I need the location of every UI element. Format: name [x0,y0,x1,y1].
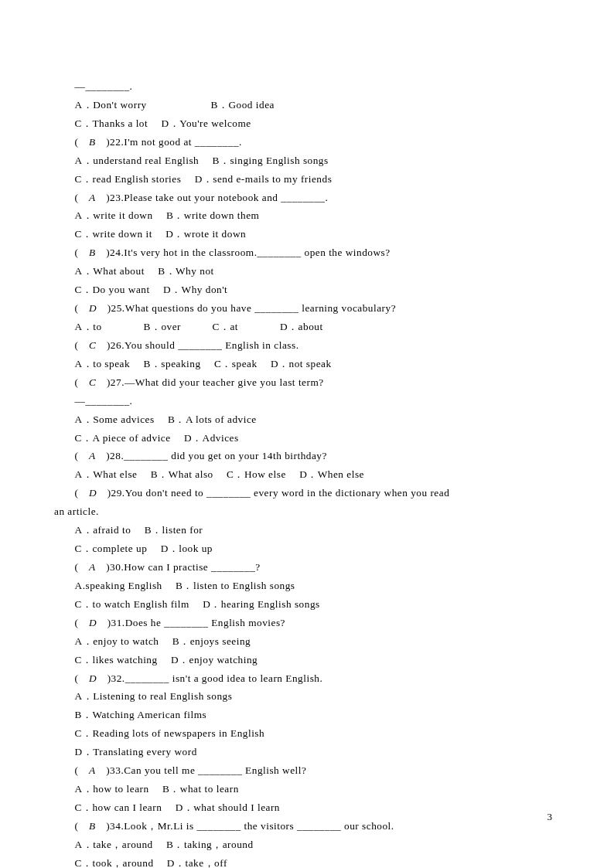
q29-stem-line2: an article. [54,502,560,521]
q32-optB: B．Watching American films [54,706,560,724]
q33-options-cd: C．how can I learn D．what should I learn [54,798,560,817]
q23-stem: ( A )23.Please take out your notebook an… [54,189,560,207]
q31-optB: B．enjoys seeing [172,635,251,647]
q28-text: ________ did you get on your 14th birthd… [124,450,327,461]
q21-options-cd: C．Thanks a lot D．You're welcome [54,114,560,133]
q29-optC: C．complete up [75,543,148,554]
q24-ans: B [89,247,96,258]
q21-optD: D．You're welcome [162,117,251,129]
q29-optD: D．look up [161,543,213,554]
q28-optA: A．What else [75,468,138,480]
q34-num: )34. [106,820,124,832]
q21-optB: B．Good idea [211,99,275,111]
q32-optD: D．Translating every word [54,743,560,761]
q32-stem: ( D )32.________ isn't a good idea to le… [54,669,560,688]
q29-optB: B．listen for [145,524,203,536]
q25-ans: D [89,302,97,314]
q23-optC: C．write down it [75,228,152,240]
q32-ans: D [89,672,97,684]
q31-optA: A．enjoy to watch [75,635,159,647]
q24-text: It's very hot in the classroom.________ … [124,247,390,258]
q33-options-ab: A．how to learn B．what to learn [54,780,560,798]
q26-optD: D．not speak [271,358,332,369]
q21-options-ab: A．Don't worry B．Good idea [54,96,560,114]
q34-optA: A．take，around [75,839,153,850]
q27-optD: D．Advices [184,432,239,444]
q34-options-cd: C．took，around D．take，off [54,854,560,868]
q30-stem: ( A )30.How can I practise ________? [54,558,560,577]
q30-optB: B．listen to English songs [176,580,295,591]
q29-options-ab: A．afraid to B．listen for [54,521,560,540]
q28-options: A．What else B．What also C．How else D．Whe… [54,465,560,484]
q27-options-cd: C．A piece of advice D．Advices [54,429,560,448]
q33-num: )33. [106,764,124,776]
q29-stem-line1: ( D )29.You don't need to ________ every… [54,484,560,502]
q31-stem: ( D )31.Does he ________ English movies? [54,614,560,632]
q28-optB: B．What also [151,468,213,480]
q21-optA: A．Don't worry [75,99,147,111]
q22-text: I'm not good at ________. [124,136,242,148]
q26-ans: C [89,339,96,351]
q29-ans: D [89,487,97,499]
q22-num: )22. [106,136,124,148]
q31-optC: C．likes watching [75,654,158,665]
q26-optB: B．speaking [143,358,200,369]
q25-stem: ( D )25.What questions do you have _____… [54,299,560,318]
q25-optD: D．about [280,321,323,332]
q22-ans: B [89,136,96,148]
q33-optD: D．what should I learn [176,802,280,813]
q24-optA: A．What about [75,265,145,277]
q23-text: Please take out your notebook and ______… [124,192,328,203]
q30-ans: A [89,561,96,573]
q21-optC: C．Thanks a lot [75,117,148,129]
q23-num: )23. [106,192,124,203]
q26-optA: A．to speak [75,358,131,369]
q26-optC: C．speak [214,358,258,369]
q33-text: Can you tell me ________ English well? [124,764,306,776]
q26-options: A．to speak B．speaking C．speak D．not spea… [54,355,560,373]
q27-text: —What did your teacher give you last ter… [125,376,324,388]
q28-optD: D．When else [299,468,364,480]
q25-optC: C．at [213,321,238,332]
q34-optD: D．take，off [167,857,227,868]
q29-text1: You don't need to ________ every word in… [125,487,450,499]
q27-dash: —________. [54,392,560,410]
q22-stem: ( B )22.I'm not good at ________. [54,133,560,151]
q27-ans: C [89,376,96,388]
q34-stem: ( B )34.Look，Mr.Li is ________ the visit… [54,817,560,836]
q26-stem: ( C )26.You should ________ English in c… [54,336,560,355]
q33-optC: C．how can I learn [75,802,162,813]
q31-text: Does he ________ English movies? [125,617,285,628]
q33-stem: ( A )33.Can you tell me ________ English… [54,761,560,780]
q28-num: )28. [106,450,124,461]
q33-optA: A．how to learn [75,783,149,795]
q29-num: )29. [107,487,125,499]
q24-num: )24. [106,247,124,258]
q32-optA: A．Listening to real English songs [54,687,560,706]
q28-optC: C．How else [227,468,286,480]
q30-options-cd: C．to watch English film D．hearing Englis… [54,595,560,614]
q24-stem: ( B )24.It's very hot in the classroom._… [54,243,560,262]
q27-optB: B．A lots of advice [168,414,257,425]
q22-optB: B．singing English songs [213,155,329,166]
q25-options: A．to B．over C．at D．about [54,318,560,336]
q24-options-cd: C．Do you want D．Why don't [54,281,560,299]
q33-optB: B．what to learn [162,783,239,795]
q23-options-ab: A．write it down B．write down them [54,206,560,225]
q22-optD: D．send e-mails to my friends [195,173,333,185]
q24-optB: B．Why not [158,265,214,277]
q25-optA: A．to [75,321,102,332]
q25-optB: B．over [144,321,182,332]
q23-optD: D．wrote it down [165,228,246,240]
q23-optB: B．write down them [166,209,259,221]
q24-optC: C．Do you want [75,284,150,295]
q24-optD: D．Why don't [163,284,227,295]
q30-text: How can I practise ________? [124,561,260,573]
document-page: —________. A．Don't worry B．Good idea C．T… [0,0,614,868]
q28-stem: ( A )28.________ did you get on your 14t… [54,447,560,465]
q27-stem: ( C )27.—What did your teacher give you … [54,373,560,392]
q34-optB: B．taking，around [166,839,254,850]
q23-ans: A [89,192,96,203]
q30-options-ab: A.speaking English B．listen to English s… [54,577,560,595]
q30-optD: D．hearing English songs [203,598,320,610]
